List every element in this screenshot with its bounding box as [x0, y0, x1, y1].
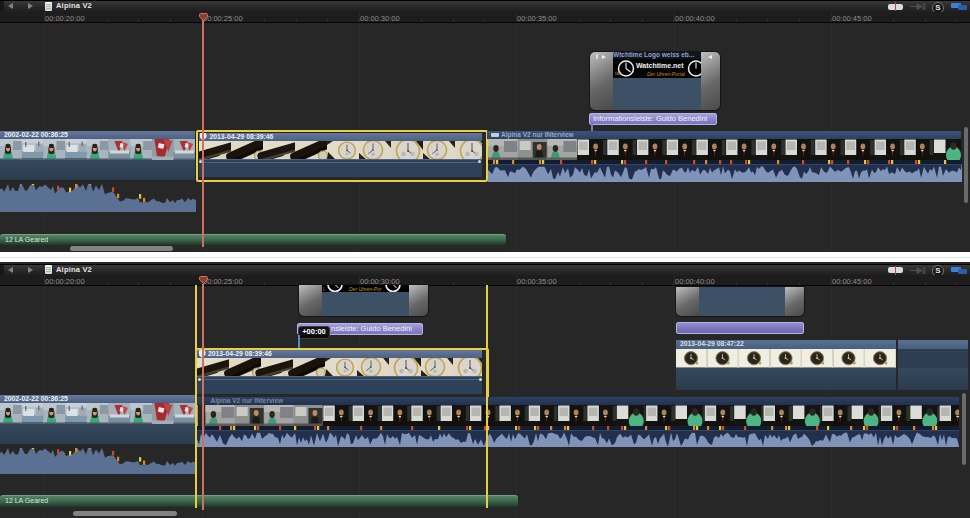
svg-text:Der Uhren-Por: Der Uhren-Por: [349, 286, 382, 292]
svg-text:Der Uhren-Portal: Der Uhren-Portal: [647, 70, 686, 76]
svg-text:Watchtime.net: Watchtime.net: [636, 62, 684, 69]
svg-text:tal: tal: [615, 70, 620, 76]
svg-text:l.: l.: [323, 286, 326, 292]
